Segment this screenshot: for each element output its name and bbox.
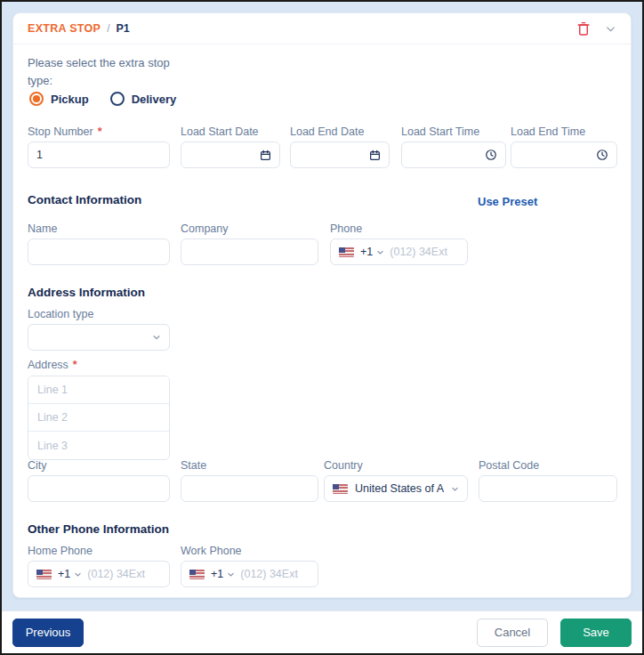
- state-input[interactable]: [189, 476, 310, 501]
- delete-stop-button[interactable]: [576, 21, 591, 36]
- field-load-end-date: Load End Date: [290, 125, 390, 168]
- save-button[interactable]: Save: [560, 619, 632, 647]
- chevron-down-icon: [152, 333, 161, 342]
- chevron-down-icon[interactable]: [227, 570, 235, 578]
- field-country: Country United States of A: [324, 459, 468, 502]
- location-type-label: Location type: [28, 308, 93, 320]
- header-actions: [576, 21, 616, 36]
- radio-delivery-label[interactable]: Delivery: [132, 93, 177, 106]
- footer-bar: Previous Cancel Save: [2, 611, 642, 653]
- load-start-time-label: Load Start Time: [401, 125, 479, 138]
- phone-label: Phone: [330, 222, 362, 235]
- load-start-date-input[interactable]: [189, 142, 254, 167]
- city-label: City: [28, 459, 47, 472]
- us-flag-icon: [36, 570, 52, 579]
- field-home-phone: Home Phone +1: [28, 545, 170, 587]
- radio-unselected-icon[interactable]: [110, 92, 125, 106]
- us-flag-icon: [339, 247, 354, 257]
- load-end-date-input[interactable]: [299, 142, 364, 167]
- city-input[interactable]: [36, 476, 161, 501]
- field-stop-number: Stop Number *: [28, 125, 170, 168]
- field-load-start-time: Load Start Time: [401, 125, 506, 168]
- name-input[interactable]: [36, 239, 161, 264]
- previous-button[interactable]: Previous: [12, 619, 84, 647]
- load-start-time-input[interactable]: [410, 142, 479, 167]
- phone-dial-code[interactable]: +1: [360, 246, 373, 258]
- load-end-time-label: Load End Time: [511, 125, 585, 138]
- stop-type-radio-group: Pickup Delivery: [29, 92, 176, 106]
- home-phone-input[interactable]: [87, 562, 161, 586]
- company-label: Company: [181, 222, 229, 235]
- stop-number-input[interactable]: [36, 142, 161, 167]
- location-type-select[interactable]: [28, 324, 170, 351]
- phone-input[interactable]: [390, 239, 459, 264]
- collapse-card-button[interactable]: [605, 23, 616, 35]
- required-asterisk: *: [73, 359, 77, 371]
- required-asterisk: *: [98, 125, 102, 138]
- clock-icon[interactable]: [485, 149, 497, 161]
- breadcrumb-separator: /: [107, 22, 109, 35]
- stop-number-label: Stop Number: [28, 125, 93, 138]
- other-phone-section-heading: Other Phone Information: [28, 522, 169, 536]
- country-label: Country: [324, 459, 363, 472]
- radio-pickup-label[interactable]: Pickup: [51, 93, 89, 106]
- field-phone: Phone +1: [330, 222, 468, 265]
- address-line1-input[interactable]: [28, 376, 169, 404]
- postal-code-input[interactable]: [487, 476, 608, 501]
- address-line3-input[interactable]: [28, 432, 169, 459]
- state-label: State: [181, 459, 206, 472]
- work-phone-dial-code[interactable]: +1: [211, 568, 223, 580]
- us-flag-icon: [189, 570, 205, 579]
- country-select[interactable]: United States of A: [324, 475, 468, 502]
- field-company: Company: [181, 222, 318, 265]
- radio-delivery[interactable]: Delivery: [110, 92, 177, 106]
- breadcrumb: EXTRA STOP / P1: [28, 22, 130, 35]
- load-end-time-input[interactable]: [519, 142, 591, 167]
- load-end-date-label: Load End Date: [290, 125, 364, 138]
- home-phone-dial-code[interactable]: +1: [58, 568, 70, 580]
- clock-icon[interactable]: [596, 149, 608, 161]
- field-work-phone: Work Phone +1: [181, 545, 318, 587]
- address-label-row: Address *: [28, 359, 77, 375]
- breadcrumb-page: P1: [117, 22, 130, 35]
- work-phone-label: Work Phone: [181, 545, 242, 557]
- calendar-icon[interactable]: [369, 150, 381, 161]
- page: EXTRA STOP / P1: [0, 0, 644, 655]
- card-header: EXTRA STOP / P1: [13, 13, 631, 44]
- address-label: Address: [28, 359, 68, 371]
- chevron-down-icon[interactable]: [74, 570, 82, 578]
- address-lines-group: [28, 376, 170, 460]
- postal-code-label: Postal Code: [479, 459, 539, 472]
- field-load-start-date: Load Start Date: [181, 125, 280, 168]
- load-start-date-label: Load Start Date: [181, 125, 259, 138]
- calendar-icon[interactable]: [260, 150, 271, 161]
- radio-selected-icon[interactable]: [29, 92, 44, 106]
- address-line2-input[interactable]: [28, 404, 169, 432]
- company-input[interactable]: [189, 239, 310, 264]
- trash-icon: [576, 21, 591, 36]
- field-load-end-time: Load End Time: [511, 125, 617, 168]
- cancel-button[interactable]: Cancel: [477, 619, 548, 647]
- chevron-down-icon: [451, 485, 459, 493]
- field-postal-code: Postal Code: [479, 459, 617, 502]
- field-location-type: Location type: [28, 308, 170, 351]
- radio-pickup[interactable]: Pickup: [29, 92, 89, 106]
- work-phone-input[interactable]: [240, 562, 310, 586]
- use-preset-link[interactable]: Use Preset: [478, 195, 537, 208]
- field-city: City: [28, 459, 170, 502]
- chevron-down-icon[interactable]: [376, 248, 384, 256]
- contact-section-heading: Contact Information: [28, 193, 141, 206]
- stop-type-prompt: Please select the extra stop type:: [28, 54, 192, 89]
- name-label: Name: [28, 222, 57, 235]
- field-name: Name: [28, 222, 170, 265]
- field-state: State: [181, 459, 318, 502]
- extra-stop-card: EXTRA STOP / P1: [12, 12, 632, 598]
- address-section-heading: Address Information: [28, 286, 145, 299]
- chevron-down-icon: [605, 23, 616, 35]
- breadcrumb-section: EXTRA STOP: [28, 22, 101, 35]
- country-value: United States of A: [355, 482, 447, 495]
- home-phone-label: Home Phone: [28, 545, 93, 557]
- us-flag-icon: [333, 484, 348, 494]
